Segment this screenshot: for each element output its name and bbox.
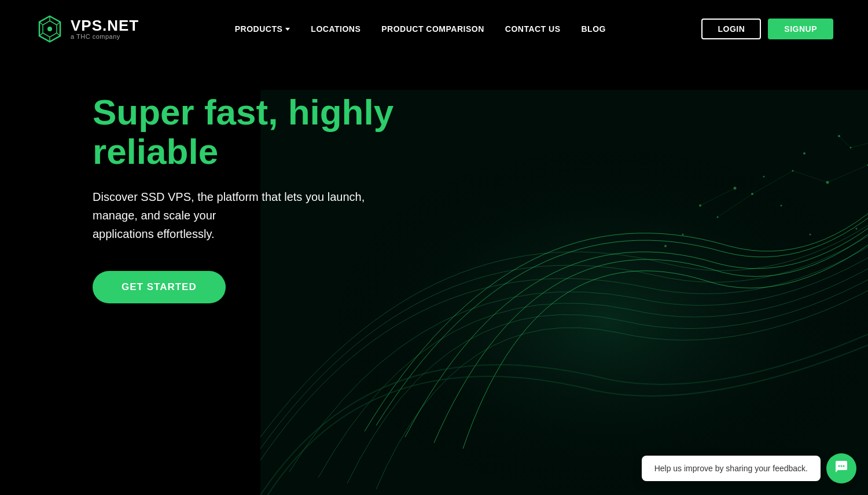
svg-point-30 bbox=[856, 228, 858, 230]
svg-point-23 bbox=[781, 205, 782, 207]
svg-point-39 bbox=[838, 465, 840, 467]
chevron-down-icon bbox=[285, 28, 290, 31]
nav-links: PRODUCTS LOCATIONS PRODUCT COMPARISON CO… bbox=[235, 24, 606, 34]
nav-products[interactable]: PRODUCTS bbox=[235, 24, 290, 34]
logo-icon bbox=[35, 14, 65, 44]
hero-subtitle: Discover SSD VPS, the platform that lets… bbox=[93, 188, 405, 243]
feedback-text: Help us improve by sharing your feedback… bbox=[642, 456, 821, 481]
nav-blog[interactable]: BLOG bbox=[582, 24, 606, 34]
feedback-widget: Help us improve by sharing your feedback… bbox=[642, 453, 856, 483]
nav-product-comparison[interactable]: PRODUCT COMPARISON bbox=[381, 24, 484, 34]
hero-content: Super fast, highly reliable Discover SSD… bbox=[93, 93, 498, 303]
chat-icon bbox=[834, 460, 848, 477]
login-button[interactable]: LOGIN bbox=[701, 19, 761, 39]
svg-point-8 bbox=[47, 27, 52, 31]
brand-name: VPS.NET bbox=[71, 18, 139, 33]
logo[interactable]: VPS.NET a THC company bbox=[35, 14, 139, 44]
svg-point-22 bbox=[763, 176, 765, 178]
nav-contact-us[interactable]: CONTACT US bbox=[505, 24, 561, 34]
hero-section: Super fast, highly reliable Discover SSD… bbox=[0, 58, 868, 495]
hero-title: Super fast, highly reliable bbox=[93, 93, 498, 171]
svg-point-25 bbox=[682, 234, 684, 236]
signup-button[interactable]: SIGNUP bbox=[768, 19, 833, 39]
svg-point-21 bbox=[803, 152, 806, 155]
svg-point-27 bbox=[810, 234, 811, 236]
nav-locations[interactable]: LOCATIONS bbox=[311, 24, 361, 34]
get-started-button[interactable]: GET STARTED bbox=[93, 271, 226, 303]
svg-point-40 bbox=[841, 465, 843, 467]
svg-point-26 bbox=[664, 245, 667, 247]
feedback-chat-button[interactable] bbox=[826, 453, 856, 483]
nav-buttons: LOGIN SIGNUP bbox=[701, 19, 833, 39]
svg-point-41 bbox=[843, 465, 845, 467]
logo-text: VPS.NET a THC company bbox=[71, 18, 139, 40]
brand-tagline: a THC company bbox=[71, 33, 139, 40]
navbar: VPS.NET a THC company PRODUCTS LOCATIONS… bbox=[0, 0, 868, 58]
